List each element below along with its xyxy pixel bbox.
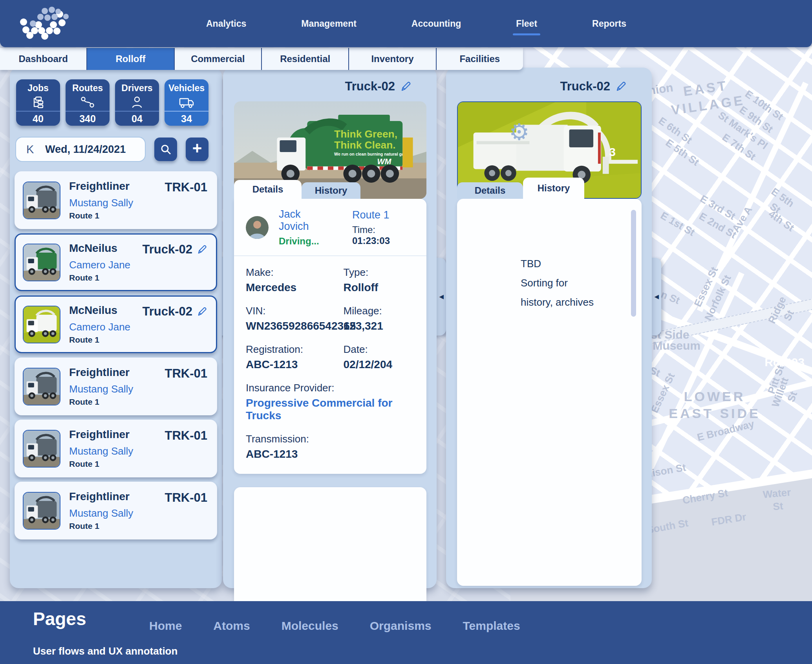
- route-time: Time: 01:23:03: [352, 224, 415, 246]
- field-mileage: Mileage:123,321: [344, 305, 417, 332]
- detail-card: Jack Jovich Driving... Route 1 Time: 01:…: [234, 199, 426, 474]
- tab-history-right[interactable]: History: [523, 178, 584, 199]
- edit-vehicle-icon[interactable]: [197, 244, 207, 255]
- vehicle-driver-link[interactable]: Camero Jane: [69, 259, 130, 271]
- vehicle-route: Route 1: [69, 211, 133, 220]
- nav-accounting[interactable]: Accounting: [411, 18, 461, 29]
- tab-details-right[interactable]: Details: [457, 182, 523, 199]
- tab-commercial[interactable]: Commercial: [175, 48, 262, 70]
- section-tabs: Dashboard Rolloff Commercial Residential…: [0, 48, 523, 70]
- tab-inventory[interactable]: Inventory: [349, 48, 436, 70]
- stat-card-jobs[interactable]: Jobs 40: [16, 79, 60, 126]
- driver-row: Jack Jovich Driving... Route 1 Time: 01:…: [234, 199, 426, 255]
- vehicle-make: Freightliner: [69, 428, 133, 441]
- vehicle-card[interactable]: McNeilus Camero Jane Route 1 Truck-02: [15, 233, 217, 291]
- vehicle-thumbnail: [23, 182, 60, 219]
- route-link[interactable]: Route 1: [352, 209, 415, 221]
- vehicle-driver-link[interactable]: Camero Jane: [69, 321, 130, 333]
- tab-facilities[interactable]: Facilities: [437, 48, 523, 70]
- tab-details-mid[interactable]: Details: [234, 180, 302, 199]
- vehicle-text: McNeilus Camero Jane Route 1: [69, 304, 130, 345]
- nav-analytics[interactable]: Analytics: [206, 18, 246, 29]
- stat-card-routes[interactable]: Routes 340: [66, 79, 110, 126]
- routes-path-icon: [80, 94, 95, 111]
- svg-text:Think Green,: Think Green,: [334, 128, 397, 140]
- vehicle-text: Freightliner Mustang Sally Route 1: [69, 490, 133, 531]
- edit-title-icon[interactable]: [401, 81, 411, 92]
- field-transmission: Transmission:ABC-1213: [246, 433, 417, 460]
- history-card: TBD Sorting for history, archives: [457, 199, 642, 586]
- nav-fleet[interactable]: Fleet: [516, 18, 537, 29]
- driver-avatar[interactable]: [246, 216, 269, 239]
- vehicle-id: TRK-01: [165, 491, 207, 505]
- chevron-left-icon: ◀: [439, 293, 444, 300]
- history-line: Sorting for: [521, 277, 642, 289]
- stats-row: Jobs 40 Routes: [10, 68, 222, 126]
- history-scrollbar[interactable]: [631, 210, 636, 317]
- stat-label: Drivers: [121, 83, 152, 94]
- tab-rolloff[interactable]: Rolloff: [87, 48, 174, 70]
- vehicle-list: Freightliner Mustang Sally Route 1 TRK-0…: [15, 171, 217, 539]
- vehicle-text: Freightliner Mustang Sally Route 1: [69, 428, 133, 469]
- vehicle-id: Truck-02: [142, 304, 192, 319]
- footer-atoms[interactable]: Atoms: [213, 619, 250, 633]
- add-button[interactable]: +: [186, 138, 208, 161]
- driver-name-link[interactable]: Jack Jovich: [279, 208, 333, 233]
- search-button[interactable]: [154, 138, 177, 161]
- footer-molecules[interactable]: Molecules: [282, 619, 338, 633]
- vehicle-history-panel: Truck-02: [446, 68, 652, 588]
- brand-logo-icon[interactable]: [19, 6, 76, 40]
- footer-templates[interactable]: Templates: [463, 619, 520, 633]
- date-input[interactable]: K Wed, 11/24/2021: [15, 137, 146, 162]
- insurance-link[interactable]: Progressive Commercial for Trucks: [246, 397, 417, 422]
- vehicle-card[interactable]: Freightliner Mustang Sally Route 1 TRK-0…: [15, 482, 217, 539]
- edit-title-icon[interactable]: [616, 81, 627, 92]
- route-info: Route 1 Time: 01:23:03: [352, 209, 415, 246]
- detail-title-row: Truck-02: [223, 68, 437, 94]
- driver-status: Driving...: [279, 236, 333, 247]
- footer-organisms[interactable]: Organisms: [370, 619, 432, 633]
- vehicle-card[interactable]: McNeilus Camero Jane Route 1 Truck-02: [15, 295, 217, 353]
- detail-title-row: Truck-02: [446, 68, 652, 94]
- footer-subtitle: User flows and UX annotation: [33, 645, 177, 657]
- vehicle-driver-link[interactable]: Mustang Sally: [69, 197, 133, 209]
- vehicle-truck-icon: [179, 94, 194, 111]
- stat-card-drivers[interactable]: Drivers 04: [115, 79, 159, 126]
- vehicle-driver-link[interactable]: Mustang Sally: [69, 445, 133, 457]
- tab-dashboard[interactable]: Dashboard: [0, 48, 87, 70]
- tab-history-mid[interactable]: History: [302, 182, 360, 199]
- edit-vehicle-icon[interactable]: [197, 306, 207, 317]
- top-nav-items: Analytics Management Accounting Fleet Re…: [206, 0, 626, 47]
- vehicle-photo-right: ⚙ 3 Details History: [457, 101, 642, 199]
- tab-residential[interactable]: Residential: [262, 48, 349, 70]
- vehicle-driver-link[interactable]: Mustang Sally: [69, 507, 133, 519]
- top-navbar: Analytics Management Accounting Fleet Re…: [0, 0, 812, 47]
- vehicle-detail-panel: Truck-02: [223, 68, 437, 588]
- vehicle-route: Route 1: [69, 521, 133, 531]
- nav-reports[interactable]: Reports: [592, 18, 626, 29]
- map-street-label: LOWER EAST SIDE: [669, 388, 760, 422]
- detail-title: Truck-02: [560, 79, 610, 94]
- chevron-left-icon: ◀: [654, 293, 659, 300]
- vehicle-make: McNeilus: [69, 242, 130, 255]
- field-vin: VIN:WN236592866542365: [246, 305, 344, 332]
- vehicle-driver-link[interactable]: Mustang Sally: [69, 383, 133, 395]
- stat-value: 340: [79, 112, 96, 126]
- vehicle-thumbnail: [23, 368, 60, 405]
- vehicle-thumbnail: [23, 492, 60, 530]
- footer-title: Pages: [33, 608, 86, 629]
- vehicle-card[interactable]: Freightliner Mustang Sally Route 1 TRK-0…: [15, 358, 217, 415]
- shortcut-key-label: K: [26, 143, 34, 156]
- history-lines: TBD Sorting for history, archives: [457, 199, 642, 308]
- nav-management[interactable]: Management: [301, 18, 357, 29]
- vehicle-card[interactable]: Freightliner Mustang Sally Route 1 TRK-0…: [15, 171, 217, 229]
- search-icon: [160, 144, 171, 155]
- vehicle-card[interactable]: Freightliner Mustang Sally Route 1 TRK-0…: [15, 420, 217, 477]
- vehicle-route: Route 1: [69, 397, 133, 407]
- jobs-hierarchy-icon: [31, 94, 45, 111]
- svg-text:WM: WM: [377, 157, 391, 166]
- footer-home[interactable]: Home: [149, 619, 182, 633]
- stat-card-vehicles[interactable]: Vehicles 34: [165, 79, 208, 126]
- vehicle-thumbnail: [23, 306, 60, 343]
- detail-tabs-right: Details History: [457, 178, 584, 199]
